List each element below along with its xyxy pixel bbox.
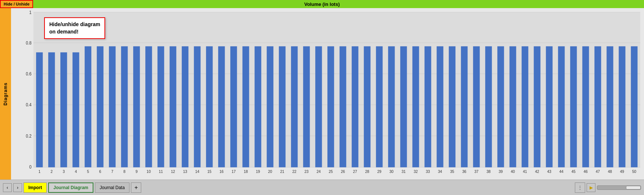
svg-text:50: 50 [632, 169, 636, 174]
svg-text:18: 18 [244, 169, 248, 174]
svg-rect-38 [327, 46, 334, 167]
svg-rect-16 [60, 52, 67, 167]
svg-rect-43 [388, 46, 395, 167]
tab-scrollbar[interactable] [597, 185, 641, 190]
svg-text:32: 32 [414, 169, 418, 174]
svg-rect-33 [267, 46, 273, 167]
svg-text:12: 12 [171, 169, 175, 174]
svg-text:20: 20 [268, 169, 272, 174]
svg-rect-50 [473, 46, 480, 167]
svg-rect-24 [157, 46, 164, 167]
svg-text:8: 8 [123, 169, 125, 174]
import-tab[interactable]: Import [24, 182, 47, 193]
svg-text:16: 16 [220, 169, 224, 174]
add-tab-button[interactable]: + [131, 182, 141, 193]
svg-text:37: 37 [474, 169, 478, 174]
journal-data-tab[interactable]: Journal Data [95, 182, 129, 193]
svg-rect-57 [558, 46, 565, 167]
svg-rect-32 [255, 46, 261, 167]
svg-text:1: 1 [29, 10, 31, 15]
svg-text:35: 35 [450, 169, 454, 174]
svg-text:40: 40 [511, 169, 515, 174]
more-options-button[interactable]: ⋮ [575, 182, 585, 193]
svg-text:6: 6 [99, 169, 101, 174]
scroll-right-button[interactable]: ▶ [587, 183, 595, 192]
header-bar: Hide / Unhide Volume (in lots) [0, 0, 644, 8]
svg-text:36: 36 [462, 169, 466, 174]
nav-prev-button[interactable]: ‹ [3, 183, 12, 192]
svg-text:11: 11 [159, 169, 163, 174]
svg-rect-51 [485, 46, 492, 167]
svg-rect-20 [109, 46, 115, 167]
sidebar-label: Diagrams [3, 82, 8, 106]
svg-rect-19 [97, 46, 103, 167]
svg-text:0.4: 0.4 [26, 102, 32, 107]
svg-text:0: 0 [29, 164, 32, 170]
svg-text:3: 3 [63, 169, 65, 174]
svg-text:30: 30 [389, 169, 394, 174]
svg-text:4: 4 [75, 169, 77, 174]
svg-rect-42 [376, 46, 383, 167]
svg-text:41: 41 [523, 169, 527, 174]
svg-rect-22 [133, 46, 140, 167]
svg-rect-23 [145, 46, 152, 167]
svg-text:0.2: 0.2 [26, 133, 31, 138]
journal-diagram-tab[interactable]: Journal Diagram [48, 182, 93, 193]
svg-rect-59 [582, 46, 589, 167]
svg-text:48: 48 [608, 169, 612, 174]
chart-title: Volume (in lots) [304, 1, 340, 7]
svg-text:24: 24 [317, 169, 321, 174]
tooltip-line1: Hide/unhide diagram [49, 21, 100, 27]
svg-text:25: 25 [329, 169, 333, 174]
svg-rect-61 [606, 46, 613, 167]
hide-unhide-button[interactable]: Hide / Unhide [0, 0, 33, 8]
svg-text:15: 15 [207, 169, 211, 174]
svg-text:2: 2 [50, 169, 53, 174]
svg-rect-46 [424, 46, 431, 167]
svg-rect-53 [509, 46, 516, 167]
svg-rect-49 [461, 46, 467, 167]
svg-rect-26 [182, 46, 188, 167]
svg-rect-55 [534, 46, 540, 167]
bar-chart: 1 0.8 0.6 0.4 0.2 0 12345678910111213141… [11, 8, 644, 180]
svg-rect-28 [206, 46, 213, 167]
svg-text:42: 42 [535, 169, 539, 174]
svg-rect-45 [412, 46, 419, 167]
svg-rect-14 [36, 52, 43, 167]
svg-rect-44 [400, 46, 407, 167]
svg-text:44: 44 [559, 169, 563, 174]
tooltip-line2: on demand! [49, 29, 78, 35]
svg-text:0.6: 0.6 [26, 71, 31, 77]
svg-text:7: 7 [111, 169, 113, 174]
svg-rect-48 [449, 46, 455, 167]
svg-text:47: 47 [596, 169, 600, 174]
svg-rect-27 [194, 46, 200, 167]
svg-text:1: 1 [38, 169, 40, 174]
svg-rect-39 [339, 46, 346, 167]
svg-rect-52 [497, 46, 504, 167]
tooltip-box: Hide/unhide diagram on demand! [44, 17, 105, 39]
nav-next-button[interactable]: › [13, 183, 22, 192]
svg-rect-41 [364, 46, 370, 167]
svg-rect-40 [352, 46, 358, 167]
svg-text:23: 23 [305, 169, 309, 174]
svg-text:38: 38 [487, 169, 491, 174]
svg-text:31: 31 [402, 169, 406, 174]
svg-rect-36 [303, 46, 310, 167]
svg-text:13: 13 [183, 169, 187, 174]
svg-text:22: 22 [292, 169, 296, 174]
svg-text:46: 46 [584, 169, 588, 174]
svg-text:17: 17 [232, 169, 236, 174]
svg-rect-29 [218, 46, 225, 167]
svg-rect-47 [437, 46, 443, 167]
svg-rect-56 [546, 46, 552, 167]
svg-text:21: 21 [280, 169, 284, 174]
tab-bar: ‹ › Import Journal Diagram Journal Data … [0, 180, 644, 195]
svg-text:45: 45 [572, 169, 576, 174]
svg-rect-21 [121, 46, 128, 167]
svg-text:14: 14 [195, 169, 199, 174]
svg-text:9: 9 [135, 169, 138, 174]
svg-rect-58 [570, 46, 577, 167]
svg-text:10: 10 [147, 169, 151, 174]
svg-rect-17 [72, 52, 79, 167]
